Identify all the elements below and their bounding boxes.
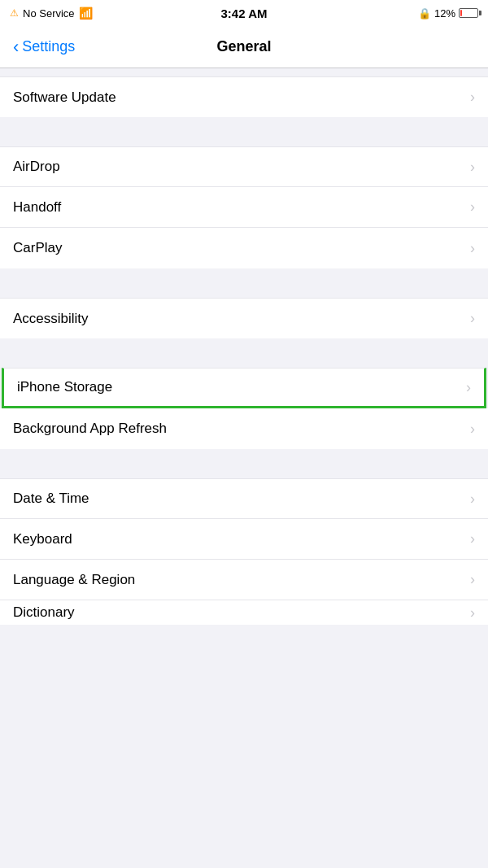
spacer-2 (0, 268, 488, 298)
page-title: General (216, 38, 271, 55)
section-date-group: Date & Time › Keyboard › Language & Regi… (0, 478, 488, 625)
back-chevron-icon: ‹ (13, 38, 19, 56)
date-time-label: Date & Time (13, 491, 89, 507)
list-item-date-time[interactable]: Date & Time › (0, 478, 488, 519)
back-label: Settings (22, 38, 75, 55)
list-item-keyboard[interactable]: Keyboard › (0, 519, 488, 560)
dictionary-label: Dictionary (13, 604, 75, 621)
chevron-airdrop: › (470, 159, 475, 176)
section-accessibility-group: Accessibility › (0, 298, 488, 338)
battery-icon-container (459, 8, 478, 18)
list-item-carplay[interactable]: CarPlay › (0, 228, 488, 268)
section-airdrop-group: AirDrop › Handoff › CarPlay › (0, 146, 488, 268)
airdrop-label: AirDrop (13, 159, 60, 175)
chevron-background-app-refresh: › (470, 421, 475, 438)
spacer-4 (0, 449, 488, 478)
carplay-label: CarPlay (13, 240, 62, 256)
spacer-top (0, 68, 488, 76)
chevron-dictionary: › (470, 604, 475, 622)
list-item-airdrop[interactable]: AirDrop › (0, 146, 488, 187)
status-bar: ⚠ No Service 📶 3:42 AM 🔒 12% (0, 0, 488, 26)
status-right: 🔒 12% (418, 7, 478, 20)
battery-percent: 12% (434, 7, 455, 20)
battery-fill (460, 10, 462, 16)
list-item-software-update[interactable]: Software Update › (0, 76, 488, 117)
chevron-iphone-storage: › (466, 379, 471, 396)
list-item-accessibility[interactable]: Accessibility › (0, 298, 488, 338)
spacer-1 (0, 117, 488, 146)
list-item-dictionary[interactable]: Dictionary › (0, 600, 488, 625)
handoff-label: Handoff (13, 199, 61, 216)
back-button[interactable]: ‹ Settings (13, 38, 75, 56)
status-time: 3:42 AM (221, 7, 268, 20)
status-left: ⚠ No Service 📶 (10, 7, 93, 20)
chevron-date-time: › (470, 491, 475, 508)
list-item-background-app-refresh[interactable]: Background App Refresh › (0, 408, 488, 449)
accessibility-label: Accessibility (13, 311, 89, 327)
nav-bar: ‹ Settings General (0, 26, 488, 68)
background-app-refresh-label: Background App Refresh (13, 421, 167, 437)
chevron-keyboard: › (470, 530, 475, 547)
no-service-text: No Service (23, 7, 75, 20)
iphone-storage-label: iPhone Storage (17, 379, 112, 395)
warning-icon: ⚠ (10, 7, 19, 19)
chevron-handoff: › (470, 198, 475, 216)
chevron-carplay: › (470, 240, 475, 257)
section-storage-group: iPhone Storage › Background App Refresh … (0, 368, 488, 449)
section-software-update: Software Update › (0, 76, 488, 117)
keyboard-label: Keyboard (13, 531, 72, 547)
list-item-handoff[interactable]: Handoff › (0, 187, 488, 228)
wifi-icon: 📶 (79, 7, 93, 20)
list-item-iphone-storage[interactable]: iPhone Storage › (2, 368, 486, 408)
lock-icon: 🔒 (418, 7, 431, 20)
spacer-3 (0, 338, 488, 368)
battery-icon (459, 8, 478, 18)
chevron-software-update: › (470, 89, 475, 106)
software-update-label: Software Update (13, 89, 116, 106)
chevron-language-region: › (470, 571, 475, 588)
chevron-accessibility: › (470, 310, 475, 327)
list-item-language-region[interactable]: Language & Region › (0, 560, 488, 600)
language-region-label: Language & Region (13, 572, 135, 588)
